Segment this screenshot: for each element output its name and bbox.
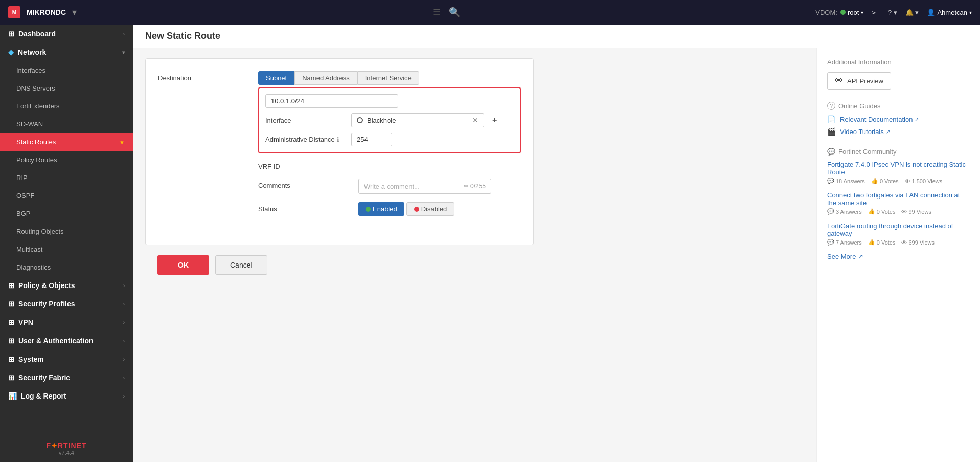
sidebar-item-ospf[interactable]: OSPF [0, 187, 133, 205]
add-interface-button[interactable]: + [488, 115, 501, 126]
online-guides-title: ? Online Guides [827, 102, 970, 110]
sidebar-item-security-fabric[interactable]: ⊞ Security Fabric › [0, 368, 133, 387]
sidebar-item-rip[interactable]: RIP [0, 169, 133, 187]
guide-item-video-tutorials: 🎬 Video Tutorials ↗ [827, 127, 970, 136]
ospf-label: OSPF [16, 192, 34, 200]
help-icon[interactable]: ? ▾ [888, 9, 897, 16]
comments-row: Comments Write a comment... ✏ 0/255 [258, 179, 521, 194]
sidebar-item-dns-servers[interactable]: DNS Servers [0, 79, 133, 97]
tab-subnet[interactable]: Subnet [258, 71, 294, 85]
security-fabric-label: Security Fabric [18, 373, 70, 382]
status-buttons: Enabled Disabled [358, 202, 521, 216]
system-chevron-icon: › [123, 357, 125, 362]
admin-distance-input[interactable] [351, 133, 392, 146]
vdom-status-dot [840, 10, 846, 15]
search-icon[interactable]: 🔍 [447, 5, 462, 20]
views-count-3: 699 Views [908, 239, 935, 246]
header-chevron[interactable]: ▾ [72, 7, 77, 18]
ext-link-icon-see-more: ↗ [858, 253, 863, 260]
sidebar-item-system[interactable]: ⊞ System › [0, 350, 133, 368]
action-buttons: OK Cancel [145, 245, 804, 280]
security-profiles-label: Security Profiles [18, 300, 75, 308]
sidebar-item-policy-routes[interactable]: Policy Routes [0, 151, 133, 169]
terminal-icon[interactable]: >_ [872, 9, 880, 16]
sidebar-item-sdwan[interactable]: SD-WAN [0, 115, 133, 133]
votes-count-2: 0 Votes [877, 209, 896, 215]
interface-value: Blackhole [367, 117, 468, 124]
diamond-icon: ◆ [8, 48, 14, 56]
api-preview-button[interactable]: 👁 API Preview [827, 72, 891, 90]
views-2: 👁 99 Views [901, 208, 931, 215]
sidebar-item-dashboard[interactable]: ⊞ Dashboard › [0, 25, 133, 43]
sidebar-item-network[interactable]: ◆ Network ▾ [0, 43, 133, 61]
interface-label: Interface [265, 117, 347, 124]
policy-objects-chevron-icon: › [123, 283, 125, 289]
views-count-1: 1,500 Views [912, 178, 943, 184]
vdom-section: VDOM: root ▾ [815, 9, 863, 16]
hamburger-icon[interactable]: ☰ [430, 5, 443, 20]
video-tutorials-link[interactable]: Video Tutorials ↗ [840, 128, 890, 136]
status-row: Status Enabled [258, 202, 521, 216]
sidebar-item-interfaces[interactable]: Interfaces [0, 61, 133, 79]
sidebar-item-security-profiles[interactable]: ⊞ Security Profiles › [0, 295, 133, 313]
page-title: New Static Route [145, 31, 220, 41]
tab-named-address[interactable]: Named Address [294, 71, 357, 85]
log-report-icon: 📊 [8, 392, 17, 400]
community-link-3[interactable]: FortiGate routing through device instead… [827, 222, 953, 237]
subnet-input[interactable] [265, 94, 398, 108]
user-name: Ahmetcan [937, 9, 967, 16]
comments-input[interactable]: Write a comment... ✏ 0/255 [358, 179, 491, 194]
sidebar-item-fortiextenders[interactable]: FortiExtenders [0, 97, 133, 115]
ok-button[interactable]: OK [157, 255, 209, 275]
sidebar-item-log-report[interactable]: 📊 Log & Report › [0, 387, 133, 405]
document-icon: 📄 [827, 115, 836, 123]
status-label: Status [258, 202, 350, 213]
vdom-badge[interactable]: root ▾ [840, 9, 863, 16]
sidebar-item-bgp[interactable]: BGP [0, 205, 133, 223]
eye-icon-3: 👁 [901, 239, 907, 246]
votes-count-1: 0 Votes [880, 178, 899, 184]
vpn-label: VPN [18, 318, 33, 326]
cancel-button[interactable]: Cancel [215, 255, 267, 275]
answers-count-2: 3 Answers [836, 209, 862, 215]
status-enabled-button[interactable]: Enabled [358, 202, 404, 216]
dashboard-chevron-icon: › [123, 31, 125, 37]
answers-count-1: 18 Answers [836, 178, 865, 184]
close-icon[interactable]: ✕ [472, 116, 478, 124]
sidebar-label-network: Network [18, 48, 46, 56]
grid-icon: ⊞ [8, 30, 14, 38]
interface-select[interactable]: Blackhole ✕ [351, 113, 484, 127]
additional-info-title: Additional Information [827, 58, 970, 66]
community-link-2[interactable]: Connect two fortigates via LAN connectio… [827, 191, 960, 207]
answers-1: 💬 18 Answers [827, 178, 865, 184]
sidebar-item-left: ⊞ Policy & Objects [8, 281, 75, 290]
community-link-1[interactable]: Fortigate 7.4.0 IPsec VPN is not creatin… [827, 161, 966, 176]
sidebar-item-vpn[interactable]: ⊞ VPN › [0, 313, 133, 332]
highlighted-section: Interface Blackhole ✕ + [258, 87, 521, 153]
see-more-label: See More [827, 253, 856, 260]
right-panel: Additional Information 👁 API Preview ? O… [816, 48, 980, 462]
tab-internet-service[interactable]: Internet Service [357, 71, 419, 85]
bell-icon[interactable]: 🔔 ▾ [905, 9, 919, 16]
comments-placeholder: Write a comment... [364, 183, 420, 190]
user-menu[interactable]: 👤 Ahmetcan ▾ [927, 9, 972, 16]
user-chevron-icon: ▾ [969, 10, 972, 15]
sidebar-item-diagnostics[interactable]: Diagnostics [0, 258, 133, 276]
fortinet-logo: F✦RTINET [8, 442, 125, 450]
sidebar-item-routing-objects[interactable]: Routing Objects [0, 223, 133, 240]
relevant-doc-link[interactable]: Relevant Documentation ↗ [840, 116, 919, 123]
community-item-3: FortiGate routing through device instead… [827, 222, 970, 246]
sidebar-item-left: ⊞ Security Fabric [8, 373, 70, 382]
info-icon[interactable]: ℹ [337, 136, 339, 143]
status-disabled-button[interactable]: Disabled [406, 202, 455, 216]
sidebar-item-static-routes[interactable]: Static Routes ★ [0, 133, 133, 151]
enabled-label: Enabled [373, 205, 397, 213]
security-fabric-icon: ⊞ [8, 373, 14, 382]
sidebar-item-multicast[interactable]: Multicast [0, 240, 133, 258]
sidebar-item-policy-objects[interactable]: ⊞ Policy & Objects › [0, 276, 133, 295]
sidebar-item-user-auth[interactable]: ⊞ User & Authentication › [0, 332, 133, 350]
see-more-link[interactable]: See More ↗ [827, 253, 970, 260]
diagnostics-label: Diagnostics [16, 263, 51, 271]
views-1: 👁 1,500 Views [905, 178, 943, 184]
destination-tabs: Subnet Named Address Internet Service [258, 71, 521, 85]
